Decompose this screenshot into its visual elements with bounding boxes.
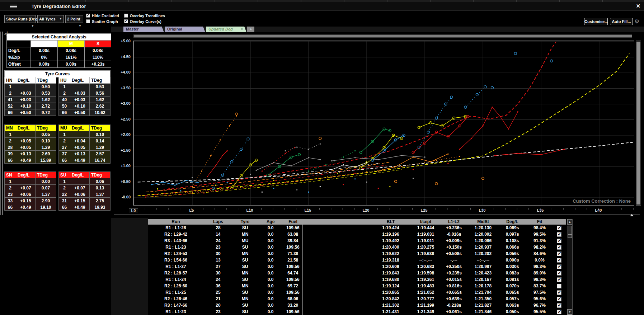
- curve-cell[interactable]: 22: [59, 191, 70, 198]
- runs-col-fit[interactable]: Fit: [527, 219, 553, 225]
- analysis-value[interactable]: 161%: [58, 54, 85, 61]
- analysis-value[interactable]: 0.00s: [31, 61, 58, 68]
- curve-cell[interactable]: +0.49: [70, 157, 90, 164]
- run-include-checkbox[interactable]: [557, 303, 561, 308]
- checkbox-overlay-curve-s-[interactable]: Overlay Curve(s): [124, 19, 165, 24]
- analysis-value[interactable]: 0.08s: [58, 47, 85, 54]
- close-icon[interactable]: ✕: [636, 3, 640, 9]
- menu-icon[interactable]: [10, 4, 17, 9]
- curve-cell[interactable]: 27: [59, 144, 70, 151]
- chart-zoom-slider[interactable]: [133, 34, 632, 38]
- curve-cell[interactable]: 0.00: [36, 178, 56, 185]
- run-include-checkbox[interactable]: [557, 290, 561, 295]
- curve-cell[interactable]: 1: [5, 84, 16, 90]
- run-include-checkbox[interactable]: [557, 284, 561, 288]
- run-check-cell[interactable]: [553, 225, 566, 231]
- runs-col-l1-l2[interactable]: L1-L2: [439, 219, 468, 225]
- gear-icon[interactable]: ⚙: [634, 18, 639, 25]
- show-runs-dropdown[interactable]: Show Runs (Deg)▼: [4, 15, 36, 23]
- curve-cell[interactable]: 16.74: [90, 157, 111, 164]
- curve-cell[interactable]: +0.07: [16, 185, 36, 191]
- checkbox-hide-excluded[interactable]: Hide Excluded: [86, 13, 119, 18]
- curve-cell[interactable]: 0.05: [36, 131, 56, 138]
- scrollbar-thumb[interactable]: [568, 226, 572, 238]
- curve-cell[interactable]: 41: [5, 97, 16, 103]
- run-row[interactable]: R2 : L29-4214MN0.063.081:19.1961:19.031-…: [148, 231, 566, 238]
- runs-col-blt[interactable]: BLT: [370, 219, 412, 225]
- runs-col-tyre[interactable]: Tyre: [232, 219, 258, 225]
- run-check-cell[interactable]: [553, 309, 566, 315]
- curve-cell[interactable]: 1.62: [36, 97, 56, 103]
- run-include-checkbox[interactable]: [557, 251, 561, 256]
- run-include-checkbox[interactable]: [557, 232, 561, 237]
- run-include-checkbox[interactable]: [557, 264, 561, 269]
- run-row[interactable]: R1 : L1-2424SU0.0109.561:19.6801:19.361+…: [148, 276, 566, 283]
- curve-cell[interactable]: +0.49: [16, 204, 36, 211]
- runs-col-fuel[interactable]: Fuel: [283, 219, 302, 225]
- run-check-cell[interactable]: [553, 270, 566, 276]
- scroll-up-icon[interactable]: ▲: [567, 219, 572, 225]
- curve-cell[interactable]: 66: [59, 109, 70, 116]
- curve-cell[interactable]: 1: [59, 131, 70, 138]
- curve-cell[interactable]: +0.07: [70, 185, 90, 191]
- curve-cell[interactable]: 2: [5, 90, 16, 97]
- run-row[interactable]: R3 : L54-6613SU0.021.581:19.318--:--,---…: [148, 257, 566, 263]
- run-check-cell[interactable]: [553, 231, 566, 238]
- curve-cell[interactable]: +0.50: [70, 109, 90, 116]
- run-check-cell[interactable]: [553, 244, 566, 250]
- curve-cell[interactable]: +0.13: [70, 151, 90, 157]
- runs-col-blank[interactable]: [302, 219, 370, 225]
- runs-col-blank[interactable]: [553, 219, 566, 225]
- curve-cell[interactable]: 1.29: [36, 144, 56, 151]
- curve-cell[interactable]: 0.13: [90, 185, 111, 191]
- runs-col-deg-l[interactable]: Deg/L: [498, 219, 527, 225]
- curve-cell[interactable]: 1.37: [90, 191, 111, 198]
- curve-cell[interactable]: +0.49: [16, 157, 36, 164]
- run-row[interactable]: R2 : L25-6036MN0.069.721:19.1241:19.483+…: [148, 283, 566, 289]
- curve-cell[interactable]: [16, 84, 36, 90]
- curve-cell[interactable]: 9.72: [36, 109, 56, 116]
- checkbox-scatter-graph[interactable]: Scatter Graph: [86, 19, 119, 24]
- curve-cell[interactable]: 2.69: [36, 151, 56, 157]
- analysis-value[interactable]: 0.00s: [31, 47, 58, 54]
- curve-cell[interactable]: [70, 84, 90, 90]
- curve-cell[interactable]: 0.07: [36, 185, 56, 191]
- run-check-cell[interactable]: [553, 283, 566, 289]
- curve-cell[interactable]: 15.89: [36, 157, 56, 164]
- curve-cell[interactable]: +0.05: [16, 144, 36, 151]
- curve-cell[interactable]: [70, 178, 90, 185]
- run-include-checkbox[interactable]: [557, 258, 561, 263]
- run-include-checkbox[interactable]: [557, 297, 561, 301]
- run-check-cell[interactable]: [553, 263, 566, 270]
- curve-cell[interactable]: 1: [59, 84, 70, 90]
- curve-cell[interactable]: 0.53: [90, 84, 111, 90]
- panel-splitter[interactable]: [0, 32, 3, 215]
- run-check-cell[interactable]: [553, 296, 566, 302]
- curve-cell[interactable]: 1.37: [36, 191, 56, 198]
- curve-cell[interactable]: 1.62: [90, 97, 111, 103]
- run-check-cell[interactable]: [553, 276, 566, 283]
- curve-cell[interactable]: 2.90: [36, 198, 56, 204]
- curve-cell[interactable]: 10.62: [90, 109, 111, 116]
- run-include-checkbox[interactable]: [557, 310, 561, 314]
- curve-cell[interactable]: +0.03: [16, 97, 36, 103]
- curve-cell[interactable]: 2: [5, 138, 16, 144]
- run-row[interactable]: R3 : L43-6624MU0.039.841:19.4921:19.011+…: [148, 238, 566, 244]
- run-check-cell[interactable]: [553, 250, 566, 257]
- curve-cell[interactable]: 1: [5, 131, 16, 138]
- run-row[interactable]: R1 : L1-2828SU0.0109.561:19.4241:19.444+…: [148, 225, 566, 231]
- curve-cell[interactable]: [70, 131, 90, 138]
- analysis-value[interactable]: +0.23s: [85, 61, 112, 68]
- curve-cell[interactable]: 66: [5, 109, 16, 116]
- curve-cell[interactable]: 33: [5, 198, 16, 204]
- curve-cell[interactable]: [16, 178, 36, 185]
- curve-cell[interactable]: 2.62: [90, 103, 111, 109]
- analysis-value[interactable]: 0.00s: [58, 61, 85, 68]
- curve-cell[interactable]: 28: [5, 144, 16, 151]
- analysis-value[interactable]: 110%: [85, 54, 112, 61]
- run-include-checkbox[interactable]: [557, 245, 561, 250]
- runs-table-scrollbar[interactable]: ▲ ▼: [567, 219, 573, 315]
- run-row[interactable]: R1 : L1-2323SU0.0109.561:20.4001:20.275+…: [148, 244, 566, 250]
- fit-points-dropdown[interactable]: 2 Point▼: [65, 15, 83, 23]
- curve-cell[interactable]: 1: [5, 178, 16, 185]
